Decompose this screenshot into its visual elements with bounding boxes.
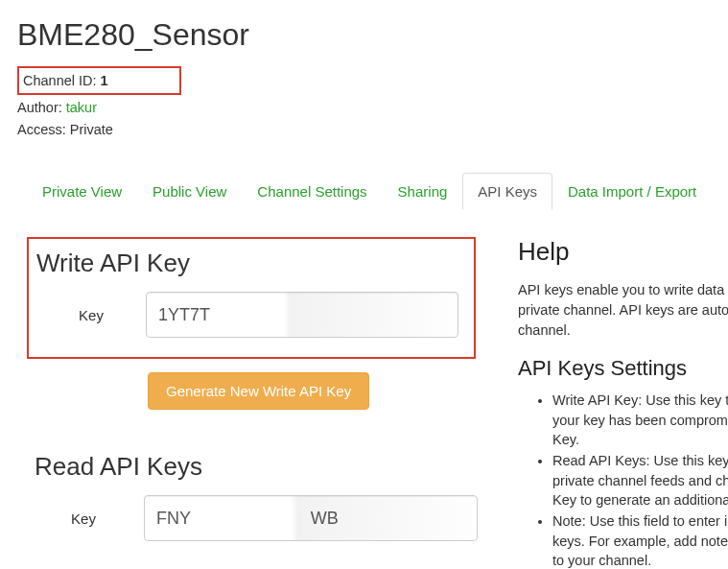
generate-write-key-button[interactable]: Generate New Write API Key <box>148 372 369 410</box>
help-item-write-l2: your key has been compromised, <box>552 413 728 428</box>
tab-public-view[interactable]: Public View <box>137 173 242 210</box>
help-item-read-l2: private channel feeds and charts. <box>552 473 728 488</box>
write-api-key-box: Write API Key Key <box>27 237 476 359</box>
help-item-write-l1: Write API Key: Use this key to writ <box>552 392 728 408</box>
tab-data-import-export[interactable]: Data Import / Export <box>552 173 712 210</box>
help-item-note-l3: to your channel. <box>552 553 651 568</box>
help-item-read-l3: Key to generate an additional rea <box>552 492 728 508</box>
help-intro-line3: channel. <box>518 322 571 338</box>
help-intro-line2: private channel. API keys are auto-gene <box>518 302 728 318</box>
read-api-keys-heading: Read API Keys <box>35 452 478 482</box>
help-list: Write API Key: Use this key to writ your… <box>518 391 728 569</box>
tab-api-keys[interactable]: API Keys <box>462 173 552 210</box>
help-item-read-l1: Read API Keys: Use this key to all <box>552 453 728 468</box>
tab-channel-settings[interactable]: Channel Settings <box>242 173 382 210</box>
channel-id-label: Channel ID: <box>23 73 101 88</box>
help-item-write-l3: Key. <box>552 432 579 447</box>
tabs: Private View Public View Channel Setting… <box>17 173 728 210</box>
read-key-label: Key <box>23 510 144 527</box>
write-api-key-input[interactable] <box>146 292 458 338</box>
write-key-row: Key <box>36 292 458 338</box>
access-label: Access: <box>17 122 70 137</box>
help-item-note-l2: keys. For example, add notes to k <box>552 533 728 549</box>
channel-id-value: 1 <box>101 73 108 88</box>
author-label: Author: <box>17 100 66 115</box>
channel-id-row: Channel ID: 1 <box>17 66 181 95</box>
tab-private-view[interactable]: Private View <box>27 173 137 210</box>
help-item-write: Write API Key: Use this key to writ your… <box>552 391 728 449</box>
help-intro: API keys enable you to write data to a c… <box>518 280 728 341</box>
read-key-row: Key <box>23 495 478 541</box>
channel-meta: Channel ID: 1 Author: takur Access: Priv… <box>17 66 728 140</box>
help-item-note: Note: Use this field to enter inforn key… <box>552 511 728 569</box>
tab-sharing[interactable]: Sharing <box>383 173 463 210</box>
access-row: Access: Private <box>17 119 728 140</box>
page-title: BME280_Sensor <box>17 17 728 53</box>
help-item-read: Read API Keys: Use this key to all priva… <box>552 451 728 510</box>
read-api-key-input[interactable] <box>144 495 478 541</box>
help-settings-heading: API Keys Settings <box>518 356 728 381</box>
read-api-keys-section: Read API Keys Key <box>35 452 478 541</box>
write-api-key-heading: Write API Key <box>36 249 458 278</box>
author-link[interactable]: takur <box>66 100 97 115</box>
help-item-note-l1: Note: Use this field to enter inforn <box>552 513 728 529</box>
write-key-label: Key <box>36 307 146 323</box>
help-heading: Help <box>518 237 728 267</box>
access-value: Private <box>70 122 113 137</box>
author-row: Author: takur <box>17 97 728 118</box>
help-panel: Help API keys enable you to write data t… <box>518 237 728 569</box>
help-intro-line1: API keys enable you to write data to a c… <box>518 282 728 297</box>
